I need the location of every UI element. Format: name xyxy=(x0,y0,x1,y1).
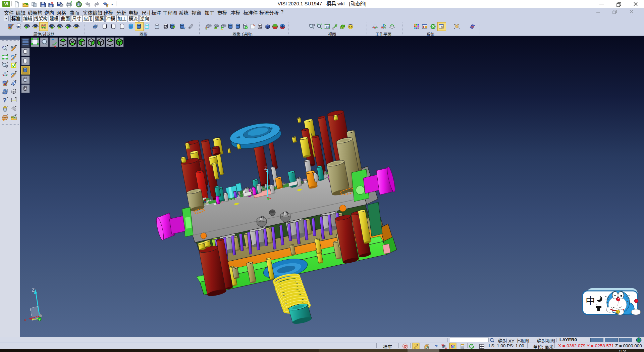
svg-text:?: ? xyxy=(435,344,438,349)
svg-text:?: ? xyxy=(3,97,6,103)
svg-text:x: x xyxy=(24,317,26,322)
svg-text:1:1: 1:1 xyxy=(326,26,329,28)
svg-text:Z: Z xyxy=(32,288,35,293)
svg-text:Z: Z xyxy=(264,166,267,171)
svg-text:中: 中 xyxy=(586,296,595,306)
